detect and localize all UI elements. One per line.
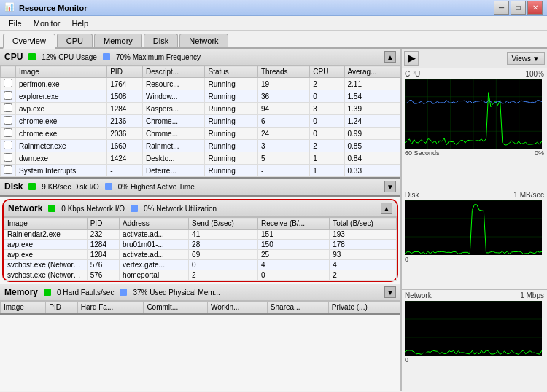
window-title: Resource Monitor	[19, 4, 494, 12]
mem-col-shareable[interactable]: Sharea...	[267, 302, 328, 313]
tab-memory[interactable]: Memory	[94, 34, 142, 47]
network-graph-section: Network 1 Mbps 0	[402, 290, 547, 391]
disk-graph-min: 0	[405, 256, 408, 263]
table-row[interactable]: chrome.exe2136Chrome...Running601.24	[1, 115, 400, 128]
menu-monitor[interactable]: Monitor	[28, 17, 66, 29]
network-green-indicator	[48, 205, 55, 212]
col-pid[interactable]: PID	[107, 66, 143, 78]
cpu-section-header[interactable]: CPU 12% CPU Usage 70% Maximum Frequency …	[0, 49, 400, 66]
network-graph-canvas	[405, 301, 542, 356]
tab-overview[interactable]: Overview	[3, 34, 55, 49]
disk-graph-footer: 0	[405, 256, 544, 263]
net-col-image[interactable]: Image	[4, 218, 88, 230]
memory-faults-label: 0 Hard Faults/sec	[57, 289, 114, 297]
col-threads[interactable]: Threads	[257, 66, 309, 78]
network-blue-indicator	[131, 205, 138, 212]
memory-blue-indicator	[120, 289, 127, 296]
network-table: Image PID Address Send (B/sec) Receive (…	[4, 217, 397, 281]
network-io-label: 0 Kbps Network I/O	[61, 205, 125, 213]
table-row[interactable]: Rainlendar2.exe232activate.ad...41151193	[4, 230, 397, 240]
network-graph-min: 0	[405, 356, 408, 364]
table-row[interactable]: System Interrupts-Deferre...Running-10.3…	[1, 165, 400, 177]
row-checkbox[interactable]	[4, 79, 12, 87]
close-button[interactable]: ✕	[527, 1, 543, 15]
network-graph-max: 1 Mbps	[520, 291, 544, 299]
row-checkbox[interactable]	[4, 141, 12, 149]
table-row[interactable]: dwm.exe1424Deskto...Running510.84	[1, 152, 400, 165]
tab-bar: Overview CPU Memory Disk Network	[0, 31, 547, 49]
cpu-graph-min: 0%	[535, 149, 544, 157]
left-panel: CPU 12% CPU Usage 70% Maximum Frequency …	[0, 49, 401, 391]
row-checkbox[interactable]	[4, 128, 12, 137]
memory-used-label: 37% Used Physical Mem...	[133, 289, 220, 297]
row-checkbox[interactable]	[4, 91, 12, 100]
mem-col-commit[interactable]: Commit...	[144, 302, 208, 313]
mem-col-private[interactable]: Private (...)	[328, 302, 400, 313]
disk-section: Disk 9 KB/sec Disk I/O 0% Highest Active…	[0, 179, 400, 197]
window-controls: ─ □ ✕	[494, 1, 543, 15]
row-checkbox[interactable]	[4, 165, 12, 174]
maximize-button[interactable]: □	[511, 1, 526, 15]
cpu-graph-time: 60 Seconds	[405, 149, 440, 157]
row-checkbox[interactable]	[4, 103, 12, 112]
net-col-total[interactable]: Total (B/sec)	[330, 218, 397, 230]
network-graph-header: Network 1 Mbps	[405, 291, 544, 299]
mem-col-hardfaults[interactable]: Hard Fa...	[77, 302, 144, 313]
net-col-send[interactable]: Send (B/sec)	[189, 218, 258, 230]
cpu-expand-btn[interactable]: ▲	[384, 51, 396, 63]
memory-expand-btn[interactable]: ▼	[384, 286, 396, 298]
menu-help[interactable]: Help	[66, 17, 94, 29]
mem-col-pid[interactable]: PID	[46, 302, 77, 313]
col-status[interactable]: Status	[205, 66, 257, 78]
menu-file[interactable]: File	[3, 17, 28, 29]
net-col-addr[interactable]: Address	[120, 218, 189, 230]
menu-bar: File Monitor Help	[0, 16, 547, 31]
net-col-recv[interactable]: Receive (B/...	[258, 218, 330, 230]
views-label: Views	[512, 55, 532, 63]
disk-io-label: 9 KB/sec Disk I/O	[42, 183, 98, 191]
col-desc[interactable]: Descript...	[143, 66, 205, 78]
disk-expand-btn[interactable]: ▼	[384, 181, 396, 192]
cpu-table: Image PID Descript... Status Threads CPU…	[0, 66, 400, 177]
disk-graph-canvas	[405, 200, 542, 255]
col-cpu[interactable]: CPU	[310, 66, 344, 78]
network-graph-footer: 0	[405, 356, 544, 364]
network-table-header: Image PID Address Send (B/sec) Receive (…	[4, 218, 397, 230]
col-image[interactable]: Image	[16, 66, 107, 78]
net-col-pid[interactable]: PID	[87, 218, 119, 230]
tab-cpu[interactable]: CPU	[57, 34, 93, 47]
tab-disk[interactable]: Disk	[144, 34, 178, 47]
row-checkbox[interactable]	[4, 153, 12, 162]
cpu-table-body: perfmon.exe1764Resourc...Running1922.11e…	[1, 78, 400, 177]
table-row[interactable]: avp.exe1284bru01m01-...28150178	[4, 240, 397, 250]
network-expand-btn[interactable]: ▲	[381, 203, 392, 214]
cpu-graph-section: CPU 100% 60 Seconds 0%	[402, 68, 547, 189]
disk-section-header[interactable]: Disk 9 KB/sec Disk I/O 0% Highest Active…	[0, 179, 400, 195]
table-row[interactable]: perfmon.exe1764Resourc...Running1922.11	[1, 78, 400, 90]
row-checkbox[interactable]	[4, 116, 12, 125]
table-row[interactable]: svchost.exe (NetworkService)576homeporta…	[4, 270, 397, 281]
mem-col-image[interactable]: Image	[1, 302, 46, 313]
col-avg[interactable]: Averag...	[344, 66, 400, 78]
minimize-button[interactable]: ─	[494, 1, 509, 15]
memory-title: Memory	[4, 287, 38, 297]
tab-network[interactable]: Network	[179, 34, 228, 47]
col-check	[1, 66, 16, 78]
table-row[interactable]: avp.exe1284activate.ad...692593	[4, 250, 397, 260]
table-row[interactable]: Rainmeter.exe1660Rainmet...Running320.85	[1, 140, 400, 152]
table-row[interactable]: explorer.exe1508Window...Running3601.54	[1, 90, 400, 103]
memory-table-header: Image PID Hard Fa... Commit... Workin...…	[1, 302, 400, 313]
network-section-header[interactable]: Network 0 Kbps Network I/O 0% Network Ut…	[4, 200, 397, 217]
mem-col-working[interactable]: Workin...	[208, 302, 268, 313]
cpu-graph-footer: 60 Seconds 0%	[405, 149, 544, 157]
right-panel-header: ▶ Views ▼	[402, 49, 547, 68]
cpu-table-header: Image PID Descript... Status Threads CPU…	[1, 66, 400, 78]
disk-graph-header: Disk 1 MB/sec	[405, 191, 544, 199]
table-row[interactable]: chrome.exe2036Chrome...Running2400.99	[1, 128, 400, 140]
disk-graph-max: 1 MB/sec	[513, 191, 544, 199]
table-row[interactable]: svchost.exe (NetworkService)576vertex.ga…	[4, 260, 397, 270]
memory-section-header[interactable]: Memory 0 Hard Faults/sec 37% Used Physic…	[0, 284, 400, 301]
table-row[interactable]: avp.exe1284Kaspers...Running9431.39	[1, 103, 400, 115]
views-button[interactable]: Views ▼	[507, 52, 545, 65]
right-nav-back-button[interactable]: ▶	[404, 51, 419, 66]
